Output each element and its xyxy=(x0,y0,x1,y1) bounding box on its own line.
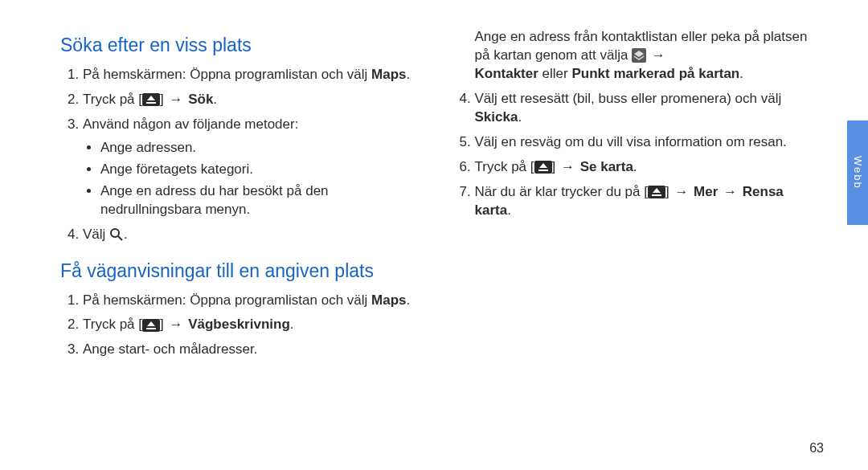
menu-option: Vägbeskrivning xyxy=(184,317,289,332)
step-text: På hemskärmen: Öppna programlistan och v… xyxy=(83,292,371,308)
arrow: → xyxy=(167,92,184,107)
bullet-item: Ange adressen. xyxy=(100,139,420,157)
left-column: Söka efter en viss plats På hemskärmen: … xyxy=(60,28,420,454)
menu-option: Sök xyxy=(184,92,213,107)
step-text: eller xyxy=(538,66,572,81)
intro-paragraph: Ange en adress från kontaktlistan eller … xyxy=(452,28,813,84)
app-name-maps: Maps xyxy=(371,67,406,82)
menu-key-icon xyxy=(648,186,665,198)
app-name-maps: Maps xyxy=(371,292,406,308)
step-item: Tryck på [ ] → Se karta. xyxy=(475,158,813,177)
magnifier-icon xyxy=(109,227,124,242)
step-text: . xyxy=(290,317,294,332)
step-item: På hemskärmen: Öppna programlistan och v… xyxy=(83,292,420,310)
menu-option: Kontakter xyxy=(475,66,538,81)
step-text: Använd någon av följande metoder: xyxy=(83,116,298,132)
svg-rect-10 xyxy=(652,194,661,196)
arrow: → xyxy=(559,159,576,174)
heading-directions: Få väganvisningar till en angiven plats xyxy=(60,260,420,282)
document-page: Söka efter en viss plats På hemskärmen: … xyxy=(0,0,868,470)
step-text: . xyxy=(739,66,743,81)
step-item: Tryck på [ ] → Sök. xyxy=(83,91,420,109)
page-number: 63 xyxy=(809,441,824,456)
step-text: Tryck på [ xyxy=(83,317,142,332)
bullet-item: Ange företagets kategori. xyxy=(100,161,420,179)
right-column: Ange en adress från kontaktlistan eller … xyxy=(452,28,813,454)
step-text: . xyxy=(518,109,522,125)
step-text: Tryck på [ xyxy=(475,159,534,174)
steps-directions-cont: Välj ett resesätt (bil, buss eller prome… xyxy=(452,90,813,220)
step-text: När du är klar trycker du på [ xyxy=(475,184,648,199)
bullet-item: Ange en adress du har besökt på den nedr… xyxy=(100,182,420,219)
layers-icon xyxy=(632,48,646,63)
step-text: På hemskärmen: Öppna programlistan och v… xyxy=(83,67,371,82)
step-text: Tryck på [ xyxy=(83,92,142,107)
arrow: → xyxy=(650,47,667,63)
step-text: Välj ett resesätt (bil, buss eller prome… xyxy=(475,91,782,106)
arrow: → xyxy=(722,184,739,199)
step-item: Tryck på [ ] → Vägbeskrivning. xyxy=(83,316,420,334)
menu-key-icon xyxy=(142,319,160,332)
menu-option: Punkt markerad på kartan xyxy=(571,66,739,81)
step-text: . xyxy=(407,292,411,308)
svg-rect-1 xyxy=(146,102,156,104)
svg-rect-8 xyxy=(538,170,548,171)
step-text: . xyxy=(124,227,128,242)
step-text: . xyxy=(507,202,511,218)
step-item: När du är klar trycker du på [ ] → Mer →… xyxy=(475,183,813,220)
steps-directions: På hemskärmen: Öppna programlistan och v… xyxy=(60,292,420,360)
step-text: . xyxy=(633,159,637,174)
step-text: ] xyxy=(665,184,673,199)
menu-option: Mer xyxy=(690,184,722,199)
arrow: → xyxy=(167,317,184,332)
svg-rect-5 xyxy=(146,328,156,329)
step-item: Välj ett resesätt (bil, buss eller prome… xyxy=(475,90,813,127)
step-item: Välj . xyxy=(83,226,420,244)
step-text: . xyxy=(213,92,217,107)
step-text: ] xyxy=(552,159,559,174)
step-item: Använd någon av följande metoder: Ange a… xyxy=(83,116,420,219)
menu-option: Skicka xyxy=(475,109,518,125)
svg-point-2 xyxy=(111,229,119,237)
step-text: . xyxy=(407,67,411,82)
section-tab-webb: Webb xyxy=(847,121,868,225)
step-item: På hemskärmen: Öppna programlistan och v… xyxy=(83,66,420,84)
menu-option: Se karta xyxy=(576,159,633,174)
steps-search-place: På hemskärmen: Öppna programlistan och v… xyxy=(60,66,420,244)
step-text: Välj xyxy=(83,227,109,242)
section-tab-label: Webb xyxy=(852,156,864,190)
menu-key-icon xyxy=(534,161,552,174)
arrow: → xyxy=(673,184,690,199)
menu-key-icon xyxy=(142,93,160,106)
method-bullets: Ange adressen. Ange företagets kategori.… xyxy=(83,139,420,219)
svg-line-3 xyxy=(118,236,122,240)
heading-search-place: Söka efter en viss plats xyxy=(60,35,420,56)
step-item: Ange start- och måladresser. xyxy=(83,341,420,359)
step-item: Välj en resväg om du vill visa informati… xyxy=(475,133,813,152)
